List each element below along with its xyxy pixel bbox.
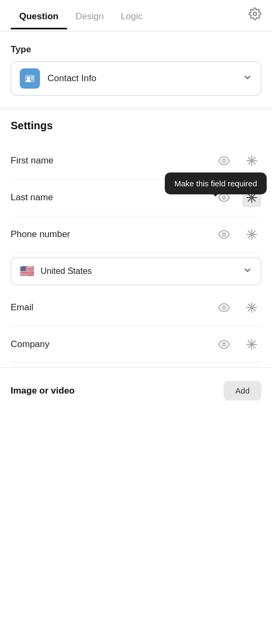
svg-point-20: [222, 306, 226, 309]
add-image-button[interactable]: Add: [223, 381, 261, 400]
first-name-label: First name: [11, 155, 214, 166]
type-dropdown[interactable]: Contact Info: [11, 61, 261, 96]
svg-point-15: [222, 233, 226, 236]
phone-icons: [214, 225, 261, 244]
company-label: Company: [11, 339, 214, 350]
field-row-phone-number: Phone number: [11, 216, 261, 253]
type-chevron-icon: [243, 73, 252, 85]
tab-question[interactable]: Question: [11, 2, 67, 29]
country-flag: 🇺🇸: [20, 264, 34, 278]
tab-bar: Question Design Logic: [0, 0, 272, 32]
settings-title: Settings: [11, 120, 261, 132]
settings-gear-icon[interactable]: [240, 0, 261, 31]
image-video-section: Image or video Add: [0, 367, 272, 413]
company-icons: [214, 335, 261, 354]
svg-point-5: [222, 159, 226, 162]
type-section: Type Contact Info: [0, 32, 272, 96]
email-label: Email: [11, 302, 214, 313]
company-visibility-icon[interactable]: [214, 335, 234, 354]
email-required-icon[interactable]: [242, 298, 261, 317]
email-icons: [214, 298, 261, 317]
phone-number-label: Phone number: [11, 229, 214, 240]
field-row-company: Company: [11, 326, 261, 363]
field-row-email: Email: [11, 289, 261, 326]
svg-point-2: [27, 76, 30, 80]
image-video-label: Image or video: [11, 386, 223, 396]
tab-design[interactable]: Design: [67, 2, 113, 29]
svg-point-25: [222, 343, 226, 346]
country-name: United States: [41, 266, 236, 276]
field-row-first-name: First name Make this field requ: [11, 143, 261, 179]
country-dropdown[interactable]: 🇺🇸 United States: [11, 257, 261, 285]
tab-logic[interactable]: Logic: [113, 2, 151, 29]
phone-required-icon[interactable]: [242, 225, 261, 244]
first-name-visibility-icon[interactable]: [214, 151, 234, 170]
type-label: Type: [11, 44, 261, 55]
required-tooltip: Make this field required: [165, 172, 267, 194]
type-name: Contact Info: [47, 73, 235, 84]
first-name-icons: Make this field required: [214, 151, 261, 170]
email-visibility-icon[interactable]: [214, 298, 234, 317]
country-chevron-icon: [243, 265, 252, 277]
first-name-required-icon[interactable]: Make this field required: [242, 151, 261, 170]
contact-info-icon: [20, 68, 40, 89]
company-required-icon[interactable]: [242, 335, 261, 354]
svg-point-0: [253, 12, 257, 15]
settings-section: Settings First name: [0, 109, 272, 363]
svg-point-10: [222, 196, 226, 199]
phone-visibility-icon[interactable]: [214, 225, 234, 244]
